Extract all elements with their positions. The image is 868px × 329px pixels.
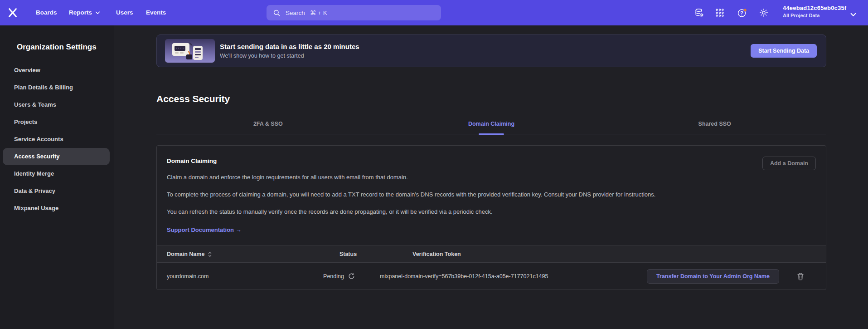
column-domain-name: Domain Name [167,251,204,257]
search-shortcut: ⌘ + K [310,9,327,16]
gear-icon[interactable] [759,8,769,18]
domains-table: Domain Name Status Verification Token yo… [157,246,826,290]
search-placeholder: Search [286,10,305,16]
domain-claiming-card: Domain Claiming Add a Domain Claim a dom… [156,145,826,290]
refresh-status-icon[interactable] [348,273,355,280]
nav-item-events[interactable]: Events [146,0,166,25]
sidebar-item-overview[interactable]: Overview [3,62,110,79]
sidebar-item-service-accounts[interactable]: Service Accounts [3,131,110,148]
column-verification-token: Verification Token [380,251,645,257]
status-badge: Pending [323,273,344,280]
notification-dot [744,9,747,11]
verification-token-cell: mixpanel-domain-verify=567b39be-012f-415… [380,273,645,280]
nav-item-boards[interactable]: Boards [36,0,57,25]
nav-item-reports[interactable]: Reports [69,0,100,25]
sidebar-item-projects[interactable]: Projects [3,113,110,131]
card-paragraph: To complete the process of claiming a do… [167,190,816,199]
card-paragraph: Claim a domain and enforce the login req… [167,173,816,182]
domain-name-cell: yourdomain.com [157,273,316,280]
main-content: Start sending data in as little as 20 mi… [114,25,868,329]
sidebar-item-mixpanel-usage[interactable]: Mixpanel Usage [3,200,110,217]
help-icon[interactable] [737,8,747,18]
mixpanel-logo-icon[interactable] [7,7,18,18]
add-domain-button[interactable]: Add a Domain [762,157,816,170]
search-icon [273,9,281,17]
sidebar-title: Organization Settings [17,43,114,52]
nav-item-reports-label: Reports [69,0,92,25]
onboarding-banner: Start sending data in as little as 20 mi… [156,34,826,67]
tab-domain-claiming[interactable]: Domain Claiming [380,121,603,134]
banner-illustration [165,39,215,63]
page-title: Access Security [156,93,826,104]
card-title: Domain Claiming [167,157,217,164]
sidebar-item-users-teams[interactable]: Users & Teams [3,96,110,113]
chevron-down-icon [95,11,100,15]
account-switcher[interactable]: 44eebad12c65eb0c35f All Project Data [783,5,846,18]
table-header-row: Domain Name Status Verification Token [157,246,826,263]
delete-domain-trash-icon[interactable] [797,272,804,280]
column-status: Status [316,251,380,257]
org-id: 44eebad12c65eb0c35f [783,5,846,11]
start-sending-data-button[interactable]: Start Sending Data [751,44,817,58]
nav-item-users[interactable]: Users [116,0,133,25]
table-row: yourdomain.com Pending mixpanel-domain-v… [157,263,826,290]
project-name: All Project Data [783,13,846,18]
support-documentation-link[interactable]: Support Documentation → [167,226,242,233]
tab-2fa-sso[interactable]: 2FA & SSO [156,121,380,134]
sort-icon[interactable] [208,251,212,257]
sidebar-item-access-security[interactable]: Access Security [3,148,110,165]
data-management-icon[interactable] [694,8,704,18]
account-chevron-down-icon[interactable] [850,10,856,15]
search-input[interactable]: Search ⌘ + K [267,5,441,20]
sidebar-item-data-privacy[interactable]: Data & Privacy [3,182,110,200]
sidebar-item-plan-details-billing[interactable]: Plan Details & Billing [3,79,110,96]
banner-title: Start sending data in as little as 20 mi… [220,43,359,50]
card-paragraph: You can refresh the status to manually v… [167,207,816,216]
sidebar-item-identity-merge[interactable]: Identity Merge [3,165,110,182]
banner-subtitle: We'll show you how to get started [220,53,359,59]
access-security-tabs: 2FA & SSO Domain Claiming Shared SSO [156,121,826,134]
transfer-domain-button[interactable]: Transfer Domain to Your Admin Org Name [647,269,779,284]
top-navbar: Boards Reports Users Events Search ⌘ + K [0,0,868,25]
apps-grid-icon[interactable] [715,8,725,18]
org-settings-sidebar: Organization Settings Overview Plan Deta… [0,25,114,329]
tab-shared-sso[interactable]: Shared SSO [603,121,826,134]
